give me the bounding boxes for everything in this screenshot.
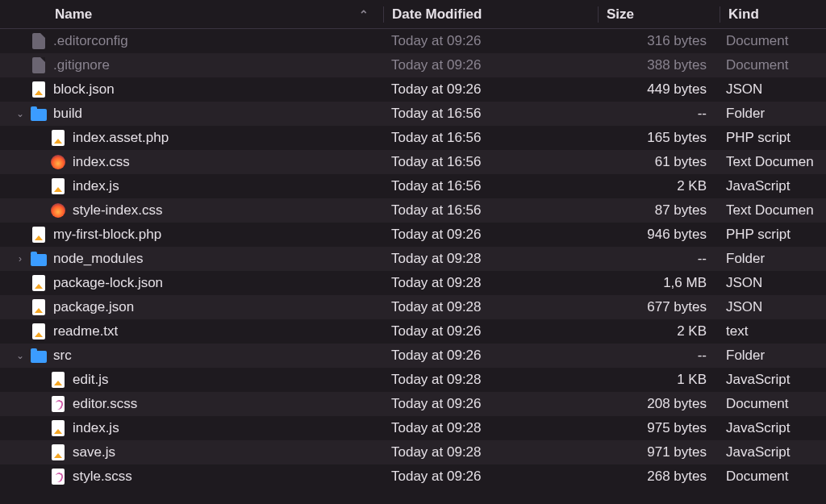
kind-cell: JavaScript [718, 444, 826, 460]
file-name: package-lock.json [53, 275, 163, 291]
chevron-down-icon[interactable]: ⌄ [15, 108, 26, 119]
size-cell: 208 bytes [597, 396, 718, 412]
date-cell: Today at 09:28 [383, 420, 597, 436]
folder-icon [31, 106, 47, 122]
file-name: index.js [73, 178, 119, 194]
name-cell: package.json [0, 299, 383, 315]
column-label: Name [55, 6, 92, 23]
file-row[interactable]: style.scssToday at 09:26268 bytesDocumen… [0, 464, 826, 489]
file-name: edit.js [73, 372, 108, 388]
file-list: .editorconfigToday at 09:26316 bytesDocu… [0, 29, 826, 489]
file-name: save.js [73, 444, 115, 460]
date-cell: Today at 16:56 [383, 154, 597, 170]
file-row[interactable]: index.jsToday at 09:28975 bytesJavaScrip… [0, 416, 826, 440]
size-cell: -- [597, 106, 718, 122]
file-name: node_modules [53, 251, 144, 267]
date-cell: Today at 16:56 [383, 130, 597, 146]
file-name: build [53, 106, 82, 122]
file-row[interactable]: index.jsToday at 16:562 KBJavaScript [0, 174, 826, 198]
name-cell: save.js [0, 444, 383, 460]
code-file-icon [31, 275, 47, 291]
firefox-css-icon [50, 202, 66, 219]
file-name: .gitignore [53, 57, 110, 73]
file-row[interactable]: package.jsonToday at 09:28677 bytesJSON [0, 295, 826, 319]
kind-cell: JSON [718, 275, 826, 291]
kind-cell: PHP script [718, 227, 826, 243]
size-cell: 87 bytes [597, 202, 718, 219]
kind-cell: Text Documen [718, 154, 826, 170]
file-row[interactable]: ›node_modulesToday at 09:28--Folder [0, 247, 826, 271]
file-name: src [53, 348, 72, 364]
file-row[interactable]: edit.jsToday at 09:281 KBJavaScript [0, 368, 826, 392]
name-cell: editor.scss [0, 396, 383, 412]
code-file-icon [50, 178, 66, 194]
folder-icon [31, 348, 47, 364]
kind-cell: Document [718, 396, 826, 412]
column-header-row: Name ⌃ Date Modified Size Kind [0, 0, 826, 29]
kind-cell: JavaScript [718, 178, 826, 194]
php-file-icon [31, 227, 47, 243]
name-cell: ›node_modules [0, 251, 383, 267]
name-cell: ⌄src [0, 348, 383, 364]
size-cell: 61 bytes [597, 154, 718, 170]
date-cell: Today at 09:26 [383, 227, 597, 243]
file-row[interactable]: block.jsonToday at 09:26449 bytesJSON [0, 77, 826, 102]
kind-cell: Document [718, 33, 826, 49]
code-file-icon [31, 299, 47, 315]
kind-cell: Document [718, 469, 826, 485]
column-label: Size [607, 6, 634, 23]
file-name: style-index.css [73, 202, 162, 219]
firefox-css-icon [50, 154, 66, 170]
size-cell: 165 bytes [597, 130, 718, 146]
code-file-icon [50, 420, 66, 436]
size-cell: 975 bytes [597, 420, 718, 436]
document-icon [31, 57, 47, 73]
chevron-right-icon[interactable]: › [15, 253, 26, 264]
size-cell: -- [597, 251, 718, 267]
name-cell: readme.txt [0, 323, 383, 339]
file-row[interactable]: index.asset.phpToday at 16:56165 bytesPH… [0, 126, 826, 150]
size-cell: 1 KB [597, 372, 718, 388]
size-cell: -- [597, 348, 718, 364]
file-row[interactable]: save.jsToday at 09:28971 bytesJavaScript [0, 440, 826, 464]
file-row[interactable]: .editorconfigToday at 09:26316 bytesDocu… [0, 29, 826, 53]
file-row[interactable]: package-lock.jsonToday at 09:281,6 MBJSO… [0, 271, 826, 295]
file-row[interactable]: my-first-block.phpToday at 09:26946 byte… [0, 223, 826, 247]
file-row[interactable]: ⌄srcToday at 09:26--Folder [0, 344, 826, 368]
name-cell: index.js [0, 178, 383, 194]
column-header-size[interactable]: Size [599, 0, 720, 28]
kind-cell: text [718, 323, 826, 339]
file-name: style.scss [73, 469, 132, 485]
file-row[interactable]: index.cssToday at 16:5661 bytesText Docu… [0, 150, 826, 174]
date-cell: Today at 09:26 [383, 81, 597, 98]
name-cell: my-first-block.php [0, 227, 383, 243]
column-label: Kind [728, 6, 759, 23]
kind-cell: Text Documen [718, 202, 826, 219]
size-cell: 2 KB [597, 178, 718, 194]
chevron-down-icon[interactable]: ⌄ [15, 350, 26, 361]
code-file-icon [50, 372, 66, 388]
name-cell: package-lock.json [0, 275, 383, 291]
scss-file-icon [50, 469, 66, 485]
size-cell: 316 bytes [597, 33, 718, 49]
file-name: block.json [53, 81, 115, 98]
file-row[interactable]: .gitignoreToday at 09:26388 bytesDocumen… [0, 53, 826, 77]
file-name: my-first-block.php [53, 227, 161, 243]
file-row[interactable]: readme.txtToday at 09:262 KBtext [0, 319, 826, 344]
kind-cell: Document [718, 57, 826, 73]
sort-ascending-icon: ⌃ [359, 8, 369, 21]
kind-cell: JSON [718, 81, 826, 98]
column-header-name[interactable]: Name ⌃ [0, 0, 383, 28]
name-cell: index.asset.php [0, 130, 383, 146]
file-row[interactable]: style-index.cssToday at 16:5687 bytesTex… [0, 198, 826, 223]
column-header-date[interactable]: Date Modified [384, 0, 598, 28]
name-cell: .editorconfig [0, 33, 383, 49]
file-row[interactable]: editor.scssToday at 09:26208 bytesDocume… [0, 392, 826, 416]
date-cell: Today at 09:28 [383, 275, 597, 291]
column-header-kind[interactable]: Kind [720, 0, 826, 28]
size-cell: 449 bytes [597, 81, 718, 98]
date-cell: Today at 09:26 [383, 348, 597, 364]
code-file-icon [31, 81, 47, 98]
file-row[interactable]: ⌄buildToday at 16:56--Folder [0, 102, 826, 126]
size-cell: 971 bytes [597, 444, 718, 460]
